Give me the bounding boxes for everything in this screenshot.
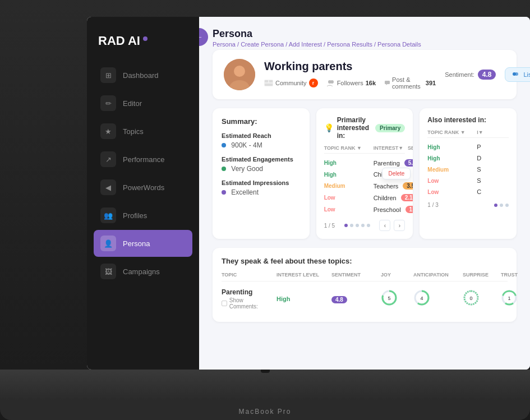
editor-icon: ✏ bbox=[100, 95, 116, 111]
page-title: Persona bbox=[213, 28, 517, 40]
col-sentiment: SENTIMENT bbox=[331, 272, 376, 278]
engagement-dot bbox=[222, 167, 226, 171]
summary-grid: Summary: Estimated Reach 900K - 4M Estim… bbox=[213, 108, 517, 239]
also-rank-cell: Low bbox=[427, 178, 472, 184]
next-arrow[interactable]: › bbox=[394, 220, 405, 231]
sidebar-item-dashboard[interactable]: ⊞ Dashboard bbox=[94, 62, 192, 89]
svg-text:0: 0 bbox=[469, 296, 472, 301]
sentiment-value-cell: 4.8 bbox=[331, 294, 376, 304]
topics-section-title: They speak & feel about these topics: bbox=[222, 257, 508, 265]
primarily-interested-header: 💡 Primarily interested in: Primary bbox=[324, 116, 405, 140]
estimated-reach-row: Estimated Reach 900K - 4M bbox=[222, 132, 301, 149]
delete-popup[interactable]: Delete bbox=[382, 168, 411, 179]
reach-dot bbox=[222, 143, 226, 147]
sidebar-item-persona[interactable]: 👤 Persona bbox=[94, 230, 192, 257]
dot-5 bbox=[367, 224, 370, 227]
svg-point-11 bbox=[515, 72, 518, 76]
estimated-engagements-row: Estimated Engagements Very Good bbox=[222, 156, 301, 173]
also-interest-cell: S bbox=[477, 166, 509, 173]
also-pagination: 1 / 3 bbox=[427, 202, 509, 208]
also-table-row: Medium S bbox=[427, 164, 509, 175]
topics-icon: ★ bbox=[100, 123, 116, 139]
estimated-engagements-label: Estimated Engagements bbox=[222, 156, 301, 163]
svg-text:5: 5 bbox=[388, 296, 390, 301]
prev-arrow[interactable]: ‹ bbox=[379, 220, 390, 231]
also-rank-cell: Low bbox=[427, 189, 472, 195]
also-table-row: High P bbox=[427, 141, 509, 153]
also-rank-cell: High bbox=[427, 144, 472, 150]
laptop-notch bbox=[261, 370, 270, 373]
also-rank-cell: High bbox=[427, 155, 472, 161]
trust-gauge: 1 bbox=[501, 289, 529, 308]
sidebar-item-label: Performance bbox=[123, 155, 164, 164]
persona-info: Working parents Community r bbox=[264, 60, 436, 90]
col-interest: INTEREST▼ bbox=[374, 145, 403, 151]
followers-label: Followers bbox=[337, 80, 363, 86]
also-interest-cell: S bbox=[477, 177, 509, 184]
sentiment-cell: 2.1 bbox=[401, 194, 413, 201]
sidebar-item-performance[interactable]: ↗ Performance bbox=[94, 146, 192, 173]
interest-cell: Preschool bbox=[374, 206, 401, 213]
sidebar-item-editor[interactable]: ✏ Editor bbox=[94, 90, 192, 117]
rank-cell: Low bbox=[324, 195, 369, 201]
sentiment-label: Sentiment: bbox=[445, 71, 474, 78]
also-interested-card: Also interested in: TOPIC RANK ▼ I▼ High… bbox=[420, 108, 517, 239]
also-interest-cell: P bbox=[477, 144, 509, 150]
sidebar-item-label: Persona bbox=[123, 239, 150, 248]
avatar bbox=[224, 59, 255, 90]
estimated-impressions-row: Estimated Impressions Excellent bbox=[222, 179, 301, 196]
sidebar-item-label: Profiles bbox=[123, 211, 147, 220]
logo-dot bbox=[143, 36, 148, 41]
estimated-reach-value: 900K - 4M bbox=[222, 141, 301, 149]
sidebar-item-label: Campaigns bbox=[123, 267, 160, 276]
sidebar-item-powerwords[interactable]: ◀ PowerWords bbox=[94, 174, 192, 201]
posts-count: 391 bbox=[426, 80, 436, 86]
rank-cell: Low bbox=[324, 206, 369, 213]
sidebar-item-topics[interactable]: ★ Topics bbox=[94, 118, 192, 145]
pagination-text: 1 / 5 bbox=[324, 223, 335, 229]
also-rank-cell: Medium bbox=[427, 167, 472, 173]
topics-table-row: Parenting Show Comments: High 4.8 bbox=[222, 285, 508, 313]
svg-rect-5 bbox=[269, 80, 273, 82]
also-dot-3 bbox=[505, 204, 509, 207]
laptop-brand-label: MacBook Pro bbox=[238, 408, 291, 416]
dot-4 bbox=[361, 224, 365, 227]
sidebar-item-profiles[interactable]: 👥 Profiles bbox=[94, 202, 192, 229]
rank-cell: High bbox=[324, 160, 369, 166]
col-trust: TRUST bbox=[501, 272, 529, 278]
posts-meta: Post & comments 391 bbox=[385, 76, 436, 90]
estimated-reach-label: Estimated Reach bbox=[222, 132, 301, 139]
sentiment-cell: 1.9 bbox=[405, 206, 413, 213]
table-row: High Childcare • • Delete bbox=[324, 169, 405, 180]
campaigns-icon: 🖼 bbox=[100, 264, 116, 279]
interest-level-cell: High bbox=[276, 296, 327, 302]
sidebar-item-campaigns[interactable]: 🖼 Campaigns bbox=[94, 258, 192, 285]
topics-headers: TOPIC INTEREST LEVEL SENTIMENT JOY ANTIC… bbox=[222, 272, 508, 281]
list-of-creators-button[interactable]: List of creators bbox=[505, 67, 530, 82]
also-table-row: Low S bbox=[427, 175, 509, 186]
rank-cell: High bbox=[324, 172, 369, 178]
community-icon bbox=[264, 80, 273, 86]
svg-rect-9 bbox=[385, 81, 390, 84]
dot-2 bbox=[350, 224, 353, 227]
show-comments-checkbox[interactable] bbox=[222, 301, 227, 306]
joy-svg: 5 bbox=[381, 289, 398, 306]
anticipation-svg: 4 bbox=[413, 289, 430, 306]
laptop-bottom: MacBook Pro bbox=[0, 370, 530, 420]
also-interest-cell: C bbox=[477, 188, 509, 195]
persona-icon: 👤 bbox=[100, 236, 116, 251]
table-row: High Parenting 5.0 bbox=[324, 157, 405, 169]
main-content: ← Persona Persona / Create Persona / Add… bbox=[199, 17, 530, 370]
summary-title: Summary: bbox=[222, 117, 301, 126]
primarily-interested-title: Primarily interested in: bbox=[337, 116, 375, 140]
topics-card: They speak & feel about these topics: TO… bbox=[213, 248, 517, 322]
interest-cell: Parenting bbox=[374, 160, 400, 167]
also-table-row: Low C bbox=[427, 186, 509, 197]
back-button[interactable]: ← bbox=[199, 28, 208, 46]
col-interest-level: INTEREST LEVEL bbox=[276, 272, 327, 278]
primary-badge: Primary bbox=[375, 124, 405, 132]
card-title-area: 💡 Primarily interested in: bbox=[324, 116, 375, 140]
page-header: Persona Persona / Create Persona / Add I… bbox=[213, 28, 517, 48]
creators-btn-label: List of creators bbox=[523, 71, 530, 78]
followers-icon bbox=[327, 80, 335, 86]
